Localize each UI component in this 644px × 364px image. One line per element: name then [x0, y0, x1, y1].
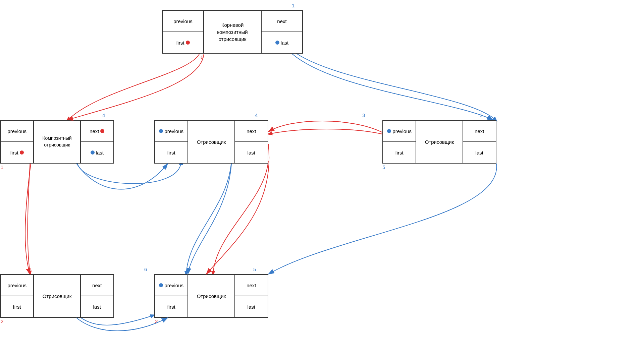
renderer4-node-label: 3: [155, 318, 158, 324]
renderer4-prev-dot: [159, 283, 163, 287]
renderer1-previous-top: previous: [155, 120, 188, 142]
renderer3-node-label: 2: [1, 318, 3, 324]
renderer2-prev-dot: [387, 129, 391, 133]
renderer4-top-label: 5: [253, 266, 256, 272]
root-label: 1: [292, 3, 294, 8]
renderer2-title: Отрисовщик: [416, 120, 463, 163]
composite-next-label: 4: [102, 112, 105, 118]
renderer1-title: Отрисовщик: [188, 120, 234, 163]
renderer3-node: previous Отрисовщик next first last: [0, 274, 114, 318]
renderer2-previous-top: previous: [383, 120, 416, 142]
renderer4-title: Отрисовщик: [188, 275, 234, 317]
renderer2-top-label: 2: [480, 112, 482, 118]
renderer1-last-bottom: last: [235, 142, 268, 163]
composite-previous-top: previous: [0, 120, 34, 142]
renderer1-top-label: 4: [255, 112, 258, 118]
root-last-dot: [275, 41, 279, 45]
root-last-bottom: last: [261, 32, 303, 53]
renderer4-next-top: next: [235, 275, 268, 296]
composite-first-bottom: first: [0, 142, 34, 163]
renderer4-previous-top: previous: [155, 275, 188, 296]
root-next-top: next: [261, 10, 303, 32]
root-node: previous Корневойкомпозитныйотрисовщик n…: [162, 10, 303, 54]
renderer2-node-label: 5: [382, 164, 385, 170]
composite-next-dot: [100, 129, 104, 133]
renderer4-last-bottom: last: [235, 296, 268, 317]
composite-last-bottom: last: [80, 142, 114, 163]
root-title: Корневойкомпозитныйотрисовщик: [204, 10, 261, 53]
renderer1-prev-dot: [159, 129, 163, 133]
root-first-bottom: first: [162, 32, 204, 53]
renderer1-first-bottom: first: [155, 142, 188, 163]
renderer2-first-bottom: first: [383, 142, 416, 163]
composite-node: previous Композитныйотрисовщик next firs…: [0, 120, 114, 164]
composite-node-label: 1: [1, 164, 3, 170]
label6-bottom: 6: [144, 266, 147, 272]
renderer3-previous-top: previous: [0, 275, 34, 296]
renderer3-last-bottom: last: [80, 296, 114, 317]
root-first-dot: [186, 41, 190, 45]
renderer3-first-bottom: first: [0, 296, 34, 317]
label3-top: 3: [362, 112, 365, 118]
renderer4-first-bottom: first: [155, 296, 188, 317]
renderer2-next-top: next: [463, 120, 496, 142]
renderer1-next-top: next: [235, 120, 268, 142]
composite-next-top: next: [80, 120, 114, 142]
composite-title: Композитныйотрисовщик: [34, 120, 80, 163]
composite-first-dot: [20, 150, 24, 155]
composite-last-dot: [91, 150, 95, 155]
renderer2-node: previous Отрисовщик next first last: [382, 120, 496, 164]
renderer1-node: previous Отрисовщик next first last: [154, 120, 268, 164]
root-previous-top: previous: [162, 10, 204, 32]
renderer3-next-top: next: [80, 275, 114, 296]
renderer2-last-bottom: last: [463, 142, 496, 163]
renderer4-node: previous Отрисовщик next first last: [154, 274, 268, 318]
root-first-label: 6: [201, 54, 203, 60]
renderer3-title: Отрисовщик: [34, 275, 80, 317]
